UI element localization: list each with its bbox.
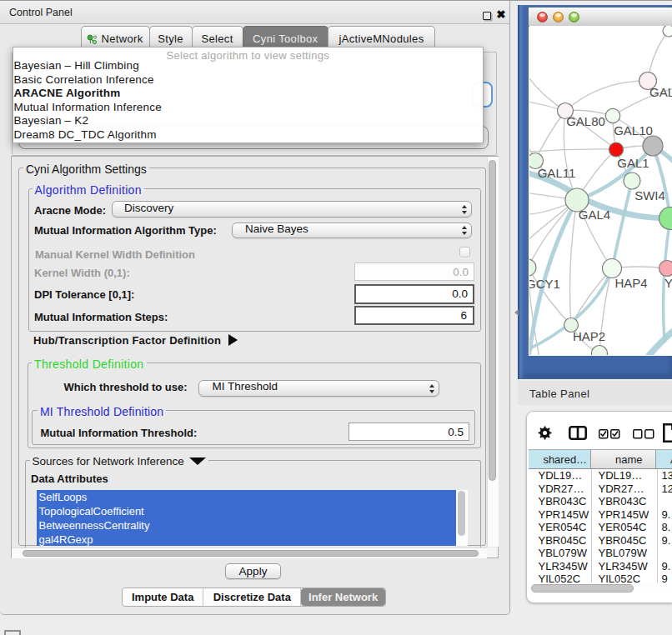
table-cell: YBL079W <box>529 547 591 560</box>
horizontal-scrollbar-thumb[interactable] <box>23 550 479 558</box>
table-cell: YBR043C <box>591 495 657 508</box>
table-header-row: shared…nameA <box>529 449 672 469</box>
attributes-scrollbar-thumb[interactable] <box>458 491 466 536</box>
column-separator <box>591 469 592 583</box>
document-icon[interactable] <box>663 423 672 442</box>
table-cell: YDR27… <box>529 482 591 496</box>
table-row[interactable]: YBL079WYBL079W <box>529 547 672 560</box>
network-edge-highlighted[interactable] <box>644 331 672 355</box>
column-header-shared-[interactable]: shared… <box>529 449 591 469</box>
scrollbar-corner <box>487 548 498 558</box>
split-view-icon[interactable] <box>569 426 587 440</box>
mi-algorithm-type-combobox[interactable]: Naive Bayes <box>232 222 472 239</box>
kernel-width-field[interactable]: 0.0 <box>354 262 474 281</box>
network-node-gal1[interactable] <box>609 142 624 157</box>
network-edge[interactable] <box>565 81 648 111</box>
network-node-green[interactable] <box>659 208 672 230</box>
table-horizontal-scrollbar-thumb[interactable] <box>531 584 634 592</box>
mi-steps-value: 6 <box>460 309 467 322</box>
table-cell <box>656 495 672 508</box>
mi-threshold-field[interactable]: 0.5 <box>349 422 469 441</box>
table-cell: YER054C <box>591 521 657 534</box>
algorithm-menu-item[interactable]: Basic Correlation Inference <box>14 73 483 88</box>
tab-network[interactable]: Network <box>81 26 150 48</box>
network-edge[interactable] <box>529 149 616 152</box>
attribute-list-item[interactable]: TopologicalCoefficient <box>37 504 456 518</box>
network-canvas[interactable]: GALGAL80GAL10GAL1GAL11SWI4GAL4GCY1HAP4YH… <box>529 26 672 355</box>
network-node-gal10[interactable] <box>605 108 619 122</box>
tab-style[interactable]: Style <box>149 26 193 48</box>
network-edge[interactable] <box>535 111 565 161</box>
network-edge[interactable] <box>529 67 565 111</box>
algorithm-menu-item[interactable]: ARACNE Algorithm <box>14 87 483 101</box>
deselect-all-icon[interactable] <box>633 429 654 439</box>
corner-mini-button[interactable] <box>4 630 21 635</box>
table-row[interactable]: YPR145WYPR145W9. <box>529 508 672 522</box>
close-traffic-light-icon[interactable] <box>537 12 548 22</box>
network-node-gray[interactable] <box>643 136 663 156</box>
vertical-scrollbar-thumb[interactable] <box>489 160 496 481</box>
aracne-mode-combobox[interactable]: Discovery <box>112 201 472 218</box>
table-cell: YDL19… <box>529 469 591 482</box>
attribute-list-item[interactable]: SelfLoops <box>37 490 456 504</box>
mi-algorithm-type-label: Mutual Information Algorithm Type: <box>34 224 217 237</box>
network-node-gcy1[interactable] <box>529 259 536 276</box>
table-cell: YPR145W <box>529 508 591 522</box>
expand-arrow-icon[interactable] <box>228 334 238 346</box>
bottom-tab-discretize-data[interactable]: Discretize Data <box>203 588 301 606</box>
algorithm-menu-item[interactable]: Mutual Information Inference <box>14 101 483 115</box>
network-node-bottom[interactable] <box>592 346 608 356</box>
table-row[interactable]: YLR345WYLR345W9. <box>529 560 672 573</box>
bottom-tab-infer-network[interactable]: Infer Network <box>301 588 385 606</box>
gear-icon[interactable] <box>538 426 552 440</box>
apply-button[interactable]: Apply <box>225 563 281 579</box>
aracne-mode-label: Aracne Mode: <box>34 204 106 217</box>
network-node-label: GAL80 <box>566 114 605 128</box>
cyni-algorithm-settings-title: Cyni Algorithm Settings <box>23 162 149 176</box>
collapse-arrow-icon[interactable] <box>189 458 206 465</box>
close-icon[interactable]: ✖ <box>496 9 506 21</box>
network-node-label: GCY1 <box>529 277 560 291</box>
splitter-collapse-arrow-icon[interactable] <box>514 309 519 316</box>
zoom-traffic-light-icon[interactable] <box>569 12 579 22</box>
minimize-traffic-light-icon[interactable] <box>553 12 564 22</box>
network-graph: GALGAL80GAL10GAL1GAL11SWI4GAL4GCY1HAP4YH… <box>529 26 672 355</box>
mi-steps-label: Mutual Information Steps: <box>34 311 168 323</box>
algorithm-menu-item[interactable]: Bayesian – K2 <box>14 114 483 128</box>
table-cell: 9. <box>656 508 672 522</box>
column-header-a[interactable]: A <box>656 449 672 469</box>
tab-label: Network <box>101 32 143 45</box>
tab-jactivemnodules[interactable]: jActiveMNodules <box>328 26 435 48</box>
tab-select[interactable]: Select <box>192 26 243 48</box>
network-node-swi4[interactable] <box>624 172 640 189</box>
table-row[interactable]: YDR27…YDR27…12 <box>529 482 672 496</box>
bottom-tab-impute-data[interactable]: Impute Data <box>123 588 203 606</box>
network-node-pinky[interactable] <box>659 261 672 277</box>
column-header-name[interactable]: name <box>591 449 657 469</box>
network-window-titlebar[interactable] <box>529 8 672 27</box>
dpi-tolerance-field[interactable]: 0.0 <box>354 284 474 305</box>
network-edge[interactable] <box>570 200 577 325</box>
control-panel-tabs: NetworkStyleSelectCyni ToolboxjActiveMNo… <box>81 26 436 48</box>
table-row[interactable]: YBR043CYBR043C <box>529 495 672 508</box>
data-attributes-list[interactable]: SelfLoopsTopologicalCoefficientBetweenne… <box>37 490 456 546</box>
table-cell <box>656 547 672 560</box>
attribute-list-item[interactable]: gal4RGexp <box>37 532 456 546</box>
manual-kernel-width-checkbox[interactable] <box>459 247 470 258</box>
network-node-top[interactable] <box>663 26 672 37</box>
table-row[interactable]: YER054CYER054C8. <box>529 521 672 534</box>
network-node-label: HAP4 <box>614 276 647 290</box>
kernel-width-value: 0.0 <box>453 266 469 278</box>
select-all-icon[interactable] <box>599 429 620 439</box>
table-cell: 13 <box>656 469 672 482</box>
algorithm-menu-item[interactable]: Bayesian – Hill Climbing <box>14 59 483 73</box>
tab-cyni-toolbox[interactable]: Cyni Toolbox <box>243 26 329 48</box>
manual-kernel-width-label: Manual Kernel Width Definition <box>35 248 195 261</box>
table-row[interactable]: YDL19…YDL19…13 <box>529 469 672 482</box>
float-window-icon[interactable] <box>483 12 491 20</box>
mi-steps-field[interactable]: 6 <box>354 306 474 325</box>
which-threshold-combobox[interactable]: MI Threshold <box>198 380 439 397</box>
algorithm-menu-item[interactable]: Dream8 DC_TDC Algorithm <box>14 128 483 142</box>
table-row[interactable]: YBR045CYBR045C9. <box>529 534 672 548</box>
attribute-list-item[interactable]: BetweennessCentrality <box>37 518 456 532</box>
